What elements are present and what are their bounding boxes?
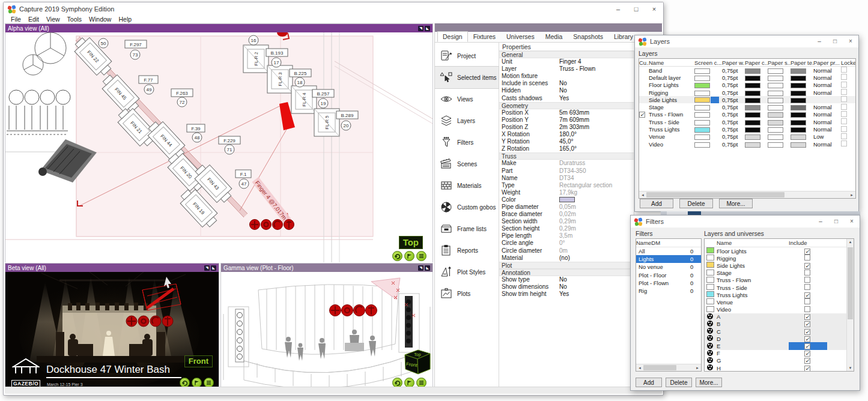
scroll-right-icon[interactable]: ▸ <box>694 366 701 370</box>
include-row-video[interactable]: Video <box>705 306 854 313</box>
layer-row-side-lights[interactable]: Side Lights0,75pt <box>639 96 855 103</box>
include-checkbox[interactable] <box>804 270 810 276</box>
include-row-stage[interactable]: Stage <box>705 270 854 277</box>
prop-row-type[interactable]: TypeRectangular section <box>499 182 634 189</box>
menu-tools[interactable]: Tools <box>64 16 86 23</box>
prop-row-section-height[interactable]: Section height0,29m <box>499 225 634 232</box>
layer-row-truss-flown[interactable]: ✓Truss - Flown0,75ptNormal <box>639 111 855 118</box>
prop-row-material[interactable]: Material(no) <box>499 255 634 262</box>
prop-row-x-rotation[interactable]: X Rotation180,0° <box>499 131 634 138</box>
include-row-universe-d[interactable]: D✓ <box>705 335 854 342</box>
prop-row-make[interactable]: MakeDuratruss <box>499 160 634 167</box>
include-row-truss-lights[interactable]: Truss Lights✓ <box>705 291 854 298</box>
prop-row-section-width[interactable]: Section width0,29m <box>499 218 634 225</box>
sidebar-item-reports[interactable]: Reports <box>435 240 499 261</box>
include-checkbox[interactable]: ✓ <box>804 343 810 349</box>
titlebar[interactable]: Capture 2019 Symphony Edition – □ × <box>4 2 663 16</box>
alpha-view-header[interactable]: Alpha view (All) ◥ ◣ <box>5 24 432 32</box>
include-checkbox[interactable] <box>804 277 810 283</box>
scroll-right-icon[interactable]: ▸ <box>848 193 855 197</box>
sidebar-item-views[interactable]: Views <box>435 88 499 110</box>
include-checkbox[interactable]: ✓ <box>804 366 810 372</box>
include-row-floor-lights[interactable]: Floor Lights✓ <box>705 247 854 255</box>
locked-checkbox[interactable] <box>841 111 847 117</box>
include-checkbox[interactable]: ✓ <box>804 321 810 327</box>
prop-row-position-z[interactable]: Position Z2m 303mm <box>499 124 634 131</box>
orbit-button[interactable] <box>392 251 402 261</box>
delete-button[interactable]: Delete <box>679 199 713 208</box>
include-row-universe-b[interactable]: B✓ <box>705 321 854 328</box>
sidebar-item-custom-gobos[interactable]: Custom gobos <box>435 196 499 218</box>
panel-header-bar[interactable] <box>435 23 662 32</box>
prop-row-position-x[interactable]: Position X5m 693mm <box>499 109 634 116</box>
layer-row[interactable]: Truss - Side0,75ptNormal <box>639 118 855 125</box>
beta-view-canvas[interactable]: GAZEB/O Dockhouse 47 Winter Bash March 1… <box>5 272 219 391</box>
locked-checkbox[interactable] <box>841 74 847 80</box>
maximize-button[interactable]: □ <box>828 216 844 227</box>
filter-row-plot-floor[interactable]: Plot - Floor0 <box>636 271 701 279</box>
include-row-universe-e[interactable]: E✓ <box>705 342 854 349</box>
locked-checkbox[interactable] <box>841 96 847 102</box>
menu-help[interactable]: Help <box>115 16 135 23</box>
include-checkbox[interactable]: ✓ <box>804 263 810 269</box>
include-row-universe-h[interactable]: H✓ <box>705 364 854 372</box>
minimize-button[interactable]: – <box>812 36 827 47</box>
navigate-button[interactable] <box>404 251 414 261</box>
maximize-view-icon[interactable]: ◣ <box>211 265 216 271</box>
layer-row[interactable]: Video0,75ptNormal <box>639 140 855 148</box>
prop-row-pipe-diameter[interactable]: Pipe diameter0,05m <box>499 204 634 211</box>
locked-checkbox[interactable] <box>841 89 847 95</box>
layer-row[interactable]: Band0,75ptNormal <box>639 67 855 74</box>
menu-window[interactable]: Window <box>85 16 115 23</box>
delete-button[interactable]: Delete <box>666 378 692 387</box>
include-row-truss-side[interactable]: Truss - Side <box>705 284 854 291</box>
prop-row-weight[interactable]: Weight17,9kg <box>499 189 634 196</box>
prop-row-unit[interactable]: UnitFinger 4 <box>499 58 634 65</box>
layer-row[interactable]: Default layer0,75ptNormal <box>639 74 855 81</box>
locked-checkbox[interactable] <box>841 67 847 73</box>
tab-design[interactable]: Design <box>437 31 468 42</box>
include-checkbox[interactable]: ✓ <box>804 329 810 335</box>
filters-window-titlebar[interactable]: Filters – □ × <box>631 216 860 228</box>
horizontal-scrollbar[interactable]: ◂▸ <box>639 191 855 198</box>
locked-checkbox[interactable] <box>841 140 847 146</box>
orientation-cube[interactable]: Top Front <box>405 350 430 374</box>
maximize-view-icon[interactable]: ◣ <box>425 26 430 31</box>
include-row-universe-g[interactable]: G✓ <box>705 357 854 364</box>
filter-row-all[interactable]: All0 <box>636 247 701 255</box>
prop-row-z-rotation[interactable]: Z Rotation165,0° <box>499 145 634 152</box>
scroll-up-icon[interactable]: ▴ <box>847 240 854 244</box>
color-swatch[interactable] <box>559 197 575 202</box>
locked-checkbox[interactable] <box>841 104 847 110</box>
include-checkbox[interactable]: ✓ <box>804 358 810 364</box>
include-checkbox[interactable] <box>804 284 810 290</box>
prop-row-position-y[interactable]: Position Y7m 609mm <box>499 116 634 124</box>
include-row-truss-flown[interactable]: Truss - Flown <box>705 277 854 284</box>
prop-row-brace-diameter[interactable]: Brace diameter0,02m <box>499 211 634 218</box>
include-checkbox[interactable]: ✓ <box>804 314 810 320</box>
menu-file[interactable]: File <box>7 16 25 23</box>
layers-window-titlebar[interactable]: Layers – □ × <box>635 35 858 47</box>
include-checkbox[interactable] <box>804 298 810 304</box>
include-checkbox[interactable] <box>804 255 810 261</box>
prop-row-show-dimensions[interactable]: Show dimensionsNo <box>499 283 634 291</box>
close-button[interactable]: × <box>844 216 860 227</box>
include-row-universe-a[interactable]: A✓ <box>705 313 854 321</box>
layers-universes-header[interactable]: NameInclude <box>705 239 854 247</box>
maximize-button[interactable]: □ <box>627 3 645 15</box>
include-checkbox[interactable]: ✓ <box>804 292 810 298</box>
scroll-left-icon[interactable]: ◂ <box>636 366 643 370</box>
layer-row[interactable]: Floor Lights0,75ptNormal <box>639 82 855 89</box>
prop-row-pipe-length[interactable]: Pipe length3,5m <box>499 232 634 240</box>
tab-fixtures[interactable]: Fixtures <box>468 31 501 42</box>
prop-row-casts-shadows[interactable]: Casts shadowsYes <box>499 95 634 102</box>
add-button[interactable]: Add <box>640 199 673 208</box>
sidebar-item-frame-lists[interactable]: Frame lists <box>435 218 499 240</box>
alpha-view-canvas[interactable]: FIN 22 FIN 45 FIN 21 <box>5 32 432 262</box>
sidebar-item-plot-styles[interactable]: Plot Styles <box>435 261 499 283</box>
prop-row-y-rotation[interactable]: Y Rotation45,0° <box>499 138 634 145</box>
close-button[interactable]: × <box>843 36 858 47</box>
tab-snapshots[interactable]: Snapshots <box>568 31 609 42</box>
highlighted-include-cell[interactable]: ✓ <box>789 342 827 349</box>
filters-list-header[interactable]: NameDM <box>636 239 701 247</box>
